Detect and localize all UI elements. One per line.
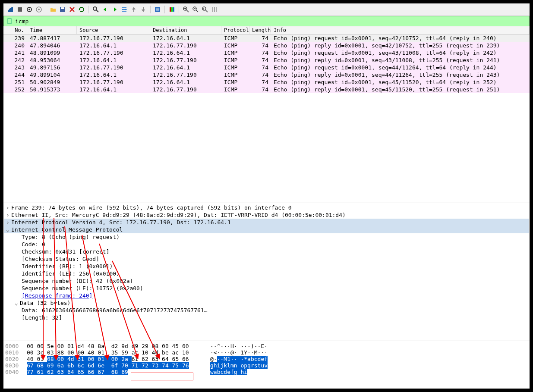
svg-rect-16 [8,19,11,24]
hex-row[interactable]: 004077 61 62 63 64 65 66 67 68 69wabcdef… [5,369,528,375]
icmp-seq-be[interactable]: Sequence number (BE): 42 (0x002a) [4,277,529,285]
bookmark-icon[interactable] [6,17,13,25]
icmp-checksum[interactable]: Checksum: 0x4d31 [correct] [4,248,529,255]
filter-input[interactable] [15,18,527,25]
svg-text:1: 1 [203,7,205,10]
col-time[interactable]: Time [27,26,77,34]
tree-ethernet[interactable]: ›Ethernet II, Src: MercuryC_9d:d9:29 (48… [4,211,529,219]
packet-list-pane[interactable]: No. Time Source Destination Protocol Len… [3,26,530,203]
svg-point-2 [28,9,30,10]
hex-row[interactable]: 000000 00 5e 00 01 d4 48 8a d2 9d d9 29 … [5,343,528,349]
svg-rect-6 [61,7,64,9]
col-protocol[interactable]: Protocol [221,26,249,34]
save-icon[interactable] [58,5,67,14]
icmp-checksum-status[interactable]: [Checksum Status: Good] [4,255,529,263]
display-filter-bar [3,16,530,26]
packet-row[interactable]: 24248.953064172.16.64.1172.16.77.190ICMP… [3,56,530,64]
packet-list-header: No. Time Source Destination Protocol Len… [3,26,530,34]
back-icon[interactable] [101,5,110,14]
main-toolbar: 1 [3,3,530,16]
icmp-code[interactable]: Code: 0 [4,241,529,248]
folder-icon[interactable] [49,5,57,14]
shark-fin-icon[interactable] [6,5,15,14]
chevron-right-icon[interactable]: › [4,204,11,211]
zoom-in-icon[interactable] [182,5,190,14]
col-source[interactable]: Source [77,26,150,34]
icmp-type[interactable]: Type: 8 (Echo (ping) request) [4,233,529,241]
tree-data[interactable]: ⌄Data (32 bytes) [4,299,529,307]
icmp-response-frame[interactable]: [Response frame: 240] [4,292,529,299]
zoom-out-icon[interactable] [191,5,200,14]
col-length[interactable]: Length [249,26,271,34]
colorize-icon[interactable] [167,5,176,14]
packet-row[interactable]: 24047.894046172.16.64.1172.16.77.190ICMP… [3,42,530,49]
col-info[interactable]: Info [271,26,530,34]
first-icon[interactable] [129,5,138,14]
chevron-right-icon[interactable]: › [4,212,11,218]
hex-row[interactable]: 002040 01 08 00 4d 31 00 01 00 2a 61 62 … [5,356,528,362]
packet-row[interactable]: 24148.891099172.16.77.190172.16.64.1ICMP… [3,49,530,56]
chevron-down-icon[interactable]: ⌄ [4,226,11,233]
data-bytes[interactable]: Data: 6162636465666768696a6b6c6d6e6f7071… [4,307,529,314]
data-length[interactable]: [Length: 32] [4,314,529,321]
packet-bytes-pane[interactable]: 000000 00 5e 00 01 d4 48 8a d2 9d d9 29 … [3,341,530,389]
chevron-right-icon[interactable]: › [4,219,11,226]
icmp-seq-le[interactable]: Sequence number (LE): 10752 (0x2a00) [4,285,529,292]
tree-icmp[interactable]: ⌄Internet Control Message Protocol [4,226,529,233]
zoom-fit-icon[interactable]: 1 [201,5,209,14]
packet-row[interactable]: 24349.897156172.16.77.190172.16.64.1ICMP… [3,64,530,71]
svg-rect-9 [170,7,171,12]
svg-point-4 [38,9,40,10]
hex-row[interactable]: 003067 68 69 6a 6b 6c 6d 6e 6f 70 71 72 … [5,362,528,369]
restart-icon[interactable] [25,5,34,14]
svg-rect-10 [171,7,173,12]
resize-cols-icon[interactable] [210,5,219,14]
close-icon[interactable] [68,5,76,14]
forward-icon[interactable] [110,5,119,14]
col-no[interactable]: No. [3,26,27,34]
col-destination[interactable]: Destination [150,26,221,34]
goto-icon[interactable] [120,5,129,14]
packet-row[interactable]: 24449.899104172.16.64.1172.16.77.190ICMP… [3,71,530,78]
hex-row[interactable]: 001000 3c 03 88 00 00 40 01 35 59 ac 10 … [5,349,528,356]
options-icon[interactable] [35,5,43,14]
reload-icon[interactable] [77,5,86,14]
tree-frame[interactable]: ›Frame 239: 74 bytes on wire (592 bits),… [4,204,529,211]
last-icon[interactable] [139,5,148,14]
packet-details-pane[interactable]: ›Frame 239: 74 bytes on wire (592 bits),… [3,203,530,341]
packet-row[interactable]: 23947.887417172.16.77.190172.16.64.1ICMP… [3,34,530,42]
svg-point-7 [93,7,97,10]
tree-ip[interactable]: ›Internet Protocol Version 4, Src: 172.1… [4,219,529,226]
packet-row[interactable]: 25150.902849172.16.77.190172.16.64.1ICMP… [3,78,530,86]
svg-rect-11 [173,7,174,12]
chevron-down-icon[interactable]: ⌄ [13,300,20,306]
icmp-id-le[interactable]: Identifier (LE): 256 (0x0100) [4,270,529,277]
packet-row[interactable]: 25250.915373172.16.64.1172.16.77.190ICMP… [3,86,530,93]
search-icon[interactable] [91,5,100,14]
icmp-id-be[interactable]: Identifier (BE): 1 (0x0001) [4,263,529,270]
stop-icon[interactable] [16,5,24,14]
svg-rect-0 [18,7,22,12]
autoscroll-icon[interactable] [153,5,162,14]
